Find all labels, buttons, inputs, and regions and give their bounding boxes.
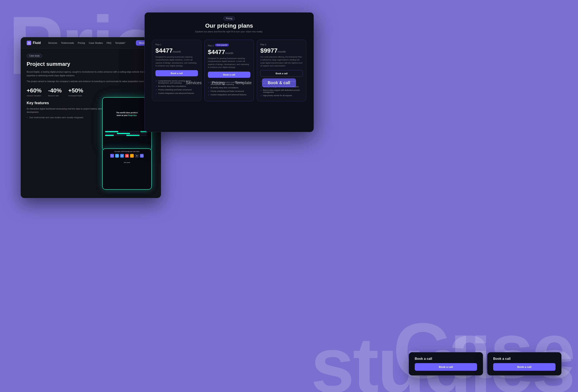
plan-2-label: Plan 2 [208, 44, 214, 47]
book-call-card-2-btn[interactable]: Book a call [493, 363, 556, 371]
plan-3-label: Plan 3 [260, 44, 303, 46]
plan-1-label: Plan 1 [155, 44, 198, 46]
project-summary-body2: The project aimed to redesign the compan… [27, 80, 155, 83]
stat-leads-value: +50% [68, 87, 83, 94]
device-table-row-2 [105, 133, 149, 134]
navbar: Fluid Services Testimonials Pricing Case… [21, 37, 161, 49]
stat-session: +60% Session duration [27, 87, 42, 97]
stat-leads: +50% Increased leads [68, 87, 83, 97]
device2-icons-row: F b W ◉ ⚡ N ⬡ [105, 154, 149, 158]
nav-pricing[interactable]: Pricing [78, 42, 85, 44]
book-call-cards: Book a call Book a call Book a call Book… [409, 352, 562, 376]
stat-session-label: Session duration [27, 94, 42, 97]
book-call-card-1-title: Book a call [415, 357, 477, 361]
book-call-card-1: Book a call Book a call [409, 352, 483, 376]
top-nav-template[interactable]: Template [235, 81, 252, 85]
plan-2-desc: Designed for growing businesses requirin… [208, 57, 250, 69]
top-nav-services[interactable]: Services [186, 81, 202, 85]
stats-row: +60% Session duration -40% Bounce rate +… [27, 87, 155, 97]
tool-icon-1: F [110, 154, 114, 158]
plan-3-feature-4: High-priority service for all requests [260, 94, 303, 97]
tool-icon-6: N [135, 154, 139, 158]
book-call-card-2-title: Book a call [493, 357, 556, 361]
stat-session-value: +60% [27, 87, 42, 94]
stat-bounce-label: Bounce rate [48, 94, 61, 97]
pricing-subtitle: Explore our plans and find the right fit… [151, 30, 307, 33]
nav-template[interactable]: Template° [115, 42, 126, 44]
device-mockup: The world-class productteam at your fing… [102, 97, 152, 151]
device-mockup-inner: The world-class productteam at your fing… [103, 98, 151, 150]
stat-leads-label: Increased leads [68, 94, 83, 97]
pricing-badge: Pricing [223, 16, 235, 20]
plan-2-feature-3: Priority scheduling and faster turnaroun… [208, 89, 250, 93]
plan-1-desc: Designed for growing businesses requirin… [155, 55, 198, 67]
pricing-card-3: Plan 3 $9977/month Our most extensive of… [257, 40, 306, 101]
book-call-card-2: Book a call Book a call [487, 352, 562, 376]
device-mockup2: Our team, MVP friendly low-code stack F … [102, 148, 152, 190]
bg-text-case: Case [393, 311, 574, 390]
plan-3-price: $9977/month [260, 47, 303, 54]
plan-3-cta[interactable]: Book a call [260, 70, 303, 77]
device-chart-area [105, 119, 149, 136]
plan-2-cta[interactable]: Book a call [208, 72, 250, 78]
pricing-cards: Plan 1 $4477/month Designed for growing … [145, 36, 314, 105]
device-table [105, 131, 149, 136]
pricing-card-2: Plan 2 Most popular $4477/month Designed… [204, 40, 254, 101]
case-study-browser: Fluid Services Testimonials Pricing Case… [21, 37, 161, 198]
device-hero-text: The world-class productteam at your fing… [116, 111, 138, 117]
plan-1-cta[interactable]: Book a call [155, 70, 198, 76]
pricing-header: Pricing Our pricing plans Explore our pl… [145, 13, 314, 36]
logo-icon [27, 41, 31, 45]
navbar-logo[interactable]: Fluid [27, 41, 41, 45]
navbar-links: Services Testimonials Pricing Case Studi… [48, 42, 131, 44]
device-table-row-1 [105, 131, 149, 132]
plan-3-feature-3: Best-in-class support with dedicated acc… [260, 88, 303, 94]
nav-case-studies[interactable]: Case Studies [89, 42, 103, 44]
plan-2-price: $4477/month [208, 48, 250, 55]
nav-faq[interactable]: FAQ [106, 42, 111, 44]
device-table-row-3 [105, 135, 149, 136]
pricing-card-1: Plan 1 $4477/month Designed for growing … [152, 40, 201, 101]
plan-3-desc: Our most extensive offering, the Enterpr… [260, 55, 303, 67]
tool-icon-3: W [120, 154, 124, 158]
pricing-browser: Pricing Our pricing plans Explore our pl… [144, 12, 314, 132]
device-mockup-container2: Our team, MVP friendly low-code stack F … [102, 148, 156, 194]
plan-1-feature-3: Priority scheduling and faster turnaroun… [155, 88, 198, 92]
top-nav-book-call[interactable]: Book & call [262, 78, 296, 87]
pricing-main-title: Our pricing plans [151, 22, 307, 29]
tool-icon-2: b [115, 154, 119, 158]
device2-subtext: — — — [105, 159, 149, 161]
top-nav-overlay: Services Pricing Template Book & call [186, 78, 296, 87]
tool-icon-7: ⬡ [140, 154, 144, 158]
tool-icon-5: ⚡ [130, 154, 134, 158]
device-mockup2-inner: Our team, MVP friendly low-code stack F … [103, 149, 151, 189]
book-call-card-1-btn[interactable]: Book a call [415, 363, 477, 371]
stat-bounce: -40% Bounce rate [48, 87, 61, 97]
device2-title: Our team, MVP friendly low-code stack [105, 151, 149, 152]
case-study-badge: Case study [27, 54, 42, 58]
stat-bounce-value: -40% [48, 87, 61, 94]
project-summary-body1: Bound Digital, a leading digital product… [27, 70, 155, 78]
logo-text: Fluid [33, 41, 41, 45]
plan-1-price: $4477/month [155, 47, 198, 54]
device-chart-row [105, 119, 149, 129]
tool-icon-4: ◉ [125, 154, 129, 158]
top-nav-pricing[interactable]: Pricing [212, 81, 225, 85]
nav-testimonials[interactable]: Testimonials [61, 42, 74, 44]
device2-our-work: Our work [105, 162, 149, 163]
plan-2-feature-4: Custom integrations and advanced feature… [208, 93, 250, 96]
nav-services[interactable]: Services [48, 42, 57, 44]
project-summary-title: Project summary [27, 61, 155, 67]
plan-1-feature-4: Custom integrations and advanced feature… [155, 92, 198, 95]
popular-badge: Most popular [215, 44, 229, 46]
